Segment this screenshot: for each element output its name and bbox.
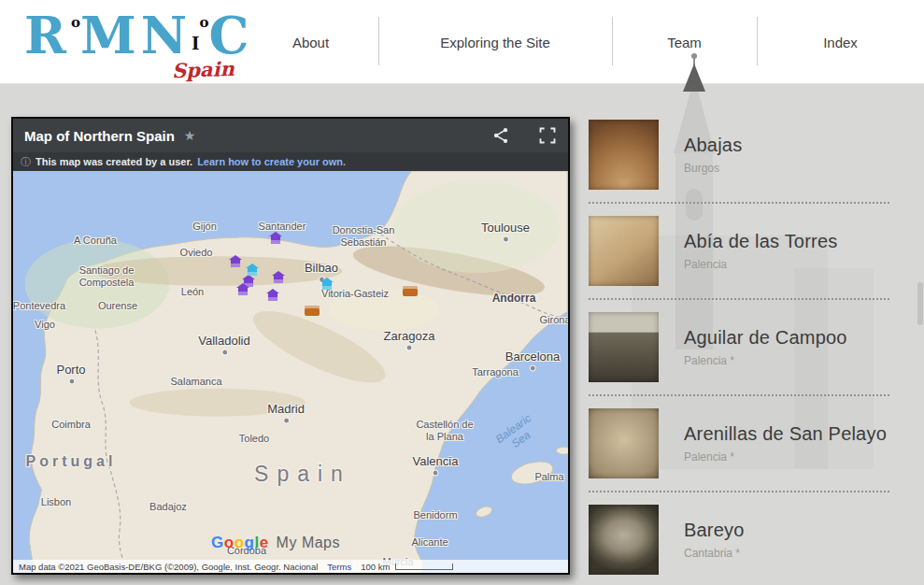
place-subtitle: Palencia * (684, 450, 887, 464)
logo-letter: M (80, 6, 141, 65)
nav-item-about[interactable]: About (243, 0, 378, 84)
place-thumbnail[interactable] (589, 120, 659, 190)
map-header-bar: Map of Northern Spain ★ (13, 119, 568, 152)
nav-item-index[interactable]: Index (757, 0, 924, 84)
map-attribution-text: Map data ©2021 GeoBasis-DE/BKG (©2009), … (19, 562, 318, 572)
logo-letter: R (24, 6, 71, 65)
main-nav: About Exploring the Site Team Index (243, 0, 924, 84)
place-subtitle: Burgos (684, 162, 742, 175)
place-subtitle: Cantabria * (684, 547, 745, 560)
map-marker-house[interactable] (246, 264, 259, 276)
create-your-own-link[interactable]: Learn how to create your own. (197, 156, 346, 167)
list-item-bareyo[interactable]: Bareyo Cantabria * (589, 492, 889, 585)
logo-subtitle: Spain (172, 57, 235, 82)
nav-item-exploring-the-site[interactable]: Exploring the Site (378, 0, 612, 84)
terms-link[interactable]: Terms (327, 562, 351, 572)
place-list: Abajas Burgos Abía de las Torres Palenci… (589, 107, 889, 585)
place-title[interactable]: Abía de las Torres (684, 231, 837, 252)
site-logo[interactable]: RoMNIoC Spain (24, 6, 258, 80)
map-marker-barn[interactable] (403, 286, 418, 296)
embedded-map-panel: Map of Northern Spain ★ ⓘ This map was c… (11, 117, 570, 575)
list-item-abia-de-las-torres[interactable]: Abía de las Torres Palencia (589, 204, 889, 300)
nav-divider (612, 17, 613, 65)
map-marker-house[interactable] (229, 255, 242, 267)
place-thumbnail[interactable] (589, 505, 659, 575)
map-canvas[interactable]: A CoruñaGijónSantanderDonostia-San Sebas… (13, 171, 568, 573)
map-scale-label: 100 km (361, 562, 390, 572)
map-scale: 100 km (361, 562, 453, 572)
place-title[interactable]: Aguilar de Campoo (684, 327, 847, 349)
fullscreen-icon[interactable] (538, 126, 557, 145)
logo-letter: N (141, 6, 192, 65)
place-thumbnail[interactable] (589, 216, 659, 286)
scrollbar-thumb[interactable] (917, 282, 923, 325)
google-logo: Google (211, 534, 269, 551)
map-marker-house[interactable] (269, 232, 282, 244)
map-info-note: This map was created by a user. (36, 156, 192, 167)
nav-divider (378, 17, 379, 65)
site-header: RoMNIoC Spain About Exploring the Site T… (0, 0, 924, 84)
map-attribution-bar: Map data ©2021 GeoBasis-DE/BKG (©2009), … (13, 560, 568, 573)
map-scale-line (395, 564, 453, 570)
place-title[interactable]: Arenillas de San Pelayo (684, 423, 887, 445)
info-icon: ⓘ (21, 155, 31, 169)
place-title[interactable]: Bareyo (684, 520, 745, 541)
list-item-arenillas-de-san-pelayo[interactable]: Arenillas de San Pelayo Palencia * (589, 396, 889, 492)
map-marker-house[interactable] (266, 289, 279, 301)
place-subtitle: Palencia * (684, 354, 847, 367)
logo-letter: o (71, 14, 80, 31)
map-marker-house[interactable] (320, 278, 334, 290)
place-title[interactable]: Abajas (684, 135, 742, 156)
map-marker-barn[interactable] (305, 306, 320, 316)
nav-divider (757, 17, 758, 65)
logo-letter: I (192, 34, 199, 53)
map-title: Map of Northern Spain (24, 128, 175, 144)
place-subtitle: Palencia (684, 258, 837, 271)
my-maps-label: My Maps (277, 535, 340, 550)
list-item-aguilar-de-campoo[interactable]: Aguilar de Campoo Palencia * (589, 300, 889, 396)
star-icon[interactable]: ★ (184, 128, 196, 143)
google-my-maps-watermark[interactable]: GoogleMy Maps (211, 534, 340, 552)
map-markers-layer (13, 171, 568, 573)
map-infobar: ⓘ This map was created by a user. Learn … (13, 152, 568, 171)
list-item-abajas[interactable]: Abajas Burgos (589, 107, 889, 204)
share-icon[interactable] (491, 126, 510, 145)
map-marker-house[interactable] (272, 271, 285, 283)
nav-item-team[interactable]: Team (612, 0, 757, 84)
place-thumbnail[interactable] (589, 408, 659, 478)
place-thumbnail[interactable] (589, 312, 659, 382)
logo-letter: o (199, 14, 208, 31)
